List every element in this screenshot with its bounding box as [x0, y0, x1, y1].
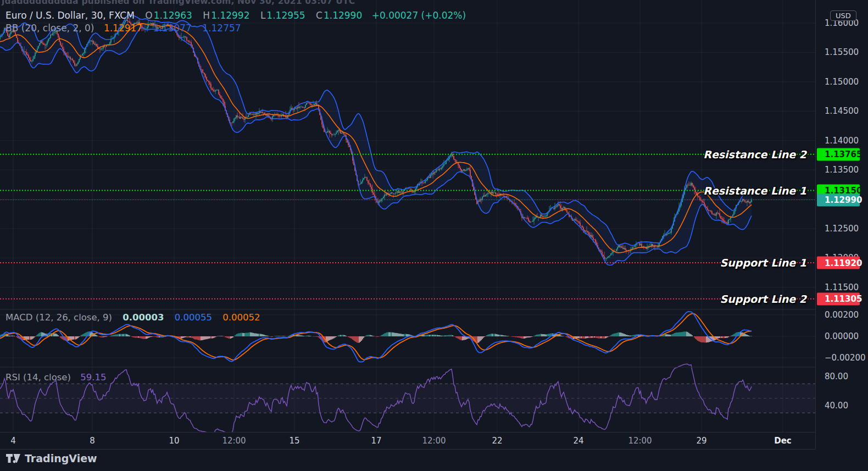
price-label-support-1: 1.11920 — [817, 257, 860, 269]
symbol-title[interactable]: Euro / U.S. Dollar, 30, FXCM — [5, 10, 135, 21]
price-change: +0.00027 (+0.02%) — [372, 10, 466, 21]
ohlc-close-value: 1.12990 — [324, 10, 362, 21]
time-tick-label: 29 — [696, 436, 706, 446]
watermark: jdaddddddddda published on TradingView.c… — [2, 0, 355, 6]
macd-header: MACD (12, 26, close, 9) 0.00003 0.00055 … — [5, 312, 260, 323]
ohlc-high-value: 1.12992 — [211, 10, 249, 21]
support-line-2-label[interactable]: Support Line 2 — [720, 293, 806, 305]
resistance-line-2-label[interactable]: Resistance Line 2 — [703, 148, 806, 160]
bb-upper-value: 1.13077 — [153, 23, 192, 34]
macd-tick-label: −0.00200 — [825, 353, 866, 363]
rsi-value: 59.15 — [80, 372, 106, 383]
time-tick-label: 12:00 — [628, 436, 652, 446]
macd-tick-label: 0.00000 — [825, 331, 859, 341]
time-tick-label: 22 — [492, 436, 502, 446]
price-tick-label: 1.15000 — [825, 77, 859, 87]
currency-button[interactable]: USD — [830, 10, 856, 21]
time-tick-label: 17 — [371, 436, 381, 446]
last-price-label: 1.12990 — [817, 193, 860, 206]
ohlc-low-key: L — [260, 10, 265, 21]
ohlc-low-value: 1.12955 — [266, 10, 305, 21]
price-chart-canvas[interactable] — [0, 0, 868, 471]
tradingview-logo-text: TradingView — [25, 452, 97, 464]
symbol-header: Euro / U.S. Dollar, 30, FXCM O1.12963 H1… — [5, 10, 466, 21]
time-tick-label: Dec — [774, 436, 792, 446]
time-tick-label: 10 — [169, 436, 179, 446]
price-label-resistance-2: 1.13765 — [817, 148, 860, 160]
time-axis[interactable]: 481012:00151712:00222412:0029Dec — [0, 432, 815, 450]
time-tick-label: 4 — [10, 436, 16, 446]
macd-indicator-label[interactable]: MACD (12, 26, close, 9) — [5, 312, 112, 323]
macd-signal-value: 0.00052 — [222, 312, 260, 323]
time-tick-label: 24 — [573, 436, 583, 446]
price-axis[interactable]: USD 1.13765 1.13150 1.12990 1.11920 1.11… — [815, 0, 868, 449]
rsi-tick-label: 80.00 — [825, 372, 848, 381]
macd-line-value: 0.00055 — [175, 312, 212, 323]
price-tick-label: 1.12500 — [825, 224, 859, 234]
bb-indicator-label[interactable]: BB (20, close, 2, 0) — [5, 23, 94, 34]
time-tick-label: 12:00 — [422, 436, 446, 446]
tradingview-logo-icon — [5, 452, 20, 464]
tradingview-attribution-link[interactable]: TradingView — [5, 452, 97, 464]
rsi-tick-label: 40.00 — [825, 401, 848, 411]
ohlc-close-key: C — [316, 10, 322, 21]
macd-tick-label: 0.00200 — [825, 310, 859, 320]
ohlc-open-key: O — [145, 10, 152, 21]
rsi-header: RSI (14, close) 59.15 — [5, 372, 106, 383]
tradingview-chart: jdaddddddddda published on TradingView.c… — [0, 0, 868, 471]
price-tick-label: 1.14000 — [825, 136, 859, 146]
support-line-1-label[interactable]: Support Line 1 — [720, 257, 806, 269]
price-tick-label: 1.15500 — [825, 47, 859, 57]
ohlc-high-key: H — [203, 10, 210, 21]
price-tick-label: 1.13500 — [825, 165, 859, 175]
time-tick-label: 12:00 — [222, 436, 246, 446]
price-tick-label: 1.14500 — [825, 106, 859, 116]
macd-histogram-value: 0.00003 — [123, 312, 164, 323]
time-tick-label: 8 — [90, 436, 95, 446]
price-label-support-2: 1.11305 — [817, 292, 860, 305]
bb-basis-value: 1.12917 — [104, 23, 142, 34]
resistance-line-1-label[interactable]: Resistance Line 1 — [703, 185, 806, 197]
bb-header: BB (20, close, 2, 0) 1.12917 1.13077 1.1… — [5, 23, 241, 34]
price-tick-label: 1.11500 — [825, 282, 859, 292]
ohlc-open-value: 1.12963 — [154, 10, 192, 21]
time-tick-label: 15 — [289, 436, 299, 446]
rsi-indicator-label[interactable]: RSI (14, close) — [5, 372, 71, 383]
bb-lower-value: 1.12757 — [202, 23, 241, 34]
